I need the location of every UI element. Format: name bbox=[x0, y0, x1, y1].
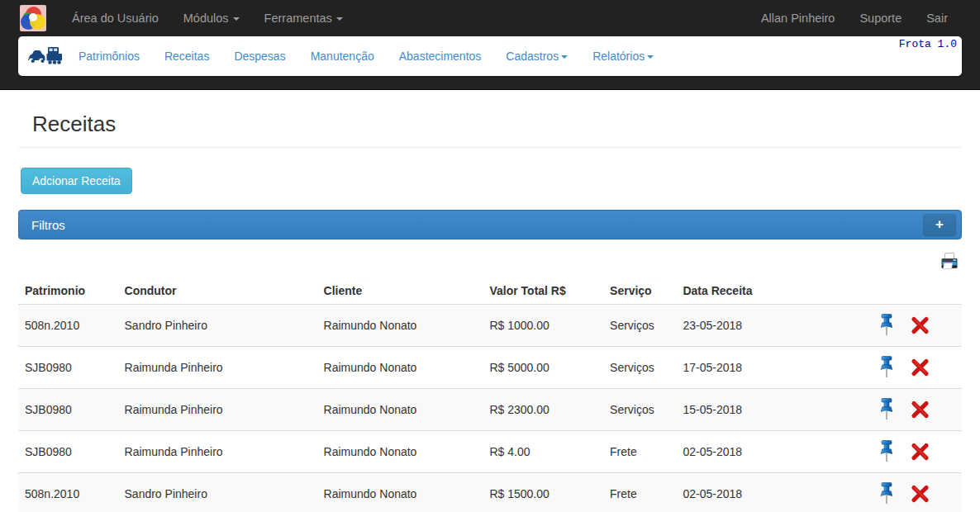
nav-ferramentas-dropdown[interactable]: Ferramentas bbox=[252, 12, 355, 25]
pushpin-icon[interactable] bbox=[880, 356, 893, 379]
filters-label: Filtros bbox=[31, 218, 65, 232]
cell-servico: Serviços bbox=[603, 389, 676, 431]
add-receita-button[interactable]: Adcionar Receita bbox=[21, 168, 132, 194]
cell-data: 02-05-2018 bbox=[676, 431, 868, 473]
main-content: Receitas Adcionar Receita Filtros + Patr… bbox=[18, 111, 962, 512]
app-version-brand: Frota 1.0 bbox=[899, 38, 957, 50]
topbar-links: Área do Usuário Módulos Ferramentas bbox=[59, 12, 355, 25]
receitas-table-body: 508n.2010 Sandro Pinheiro Raimundo Nonat… bbox=[18, 305, 962, 512]
cell-valor: R$ 4.00 bbox=[483, 431, 603, 473]
delete-x-icon[interactable] bbox=[911, 400, 930, 420]
cell-valor: R$ 5000.00 bbox=[483, 347, 603, 389]
cell-patrimonio: SJB0980 bbox=[18, 431, 118, 473]
logo-white-circle bbox=[29, 13, 37, 21]
col-header-pin bbox=[868, 277, 903, 305]
cell-condutor: Sandro Pinheiro bbox=[118, 473, 317, 512]
caret-down-icon bbox=[561, 55, 568, 59]
col-header-patrimonio: Patrimonio bbox=[18, 277, 118, 305]
tab-manutencao[interactable]: Manutenção bbox=[298, 50, 387, 63]
cell-valor: R$ 1500.00 bbox=[483, 473, 603, 512]
delete-x-icon[interactable] bbox=[911, 315, 930, 335]
printer-row bbox=[18, 239, 962, 276]
cell-data: 17-05-2018 bbox=[676, 347, 868, 389]
top-navbar: Área do Usuário Módulos Ferramentas Alla… bbox=[0, 0, 980, 36]
nav-sair[interactable]: Sair bbox=[914, 12, 960, 25]
cell-patrimonio: SJB0980 bbox=[18, 347, 118, 389]
pushpin-icon[interactable] bbox=[880, 482, 893, 505]
tab-despesas[interactable]: Despesas bbox=[221, 50, 297, 63]
table-header-row: Patrimonio Condutor Cliente Valor Total … bbox=[18, 277, 962, 305]
cell-cliente: Raimundo Nonato bbox=[317, 305, 483, 347]
col-header-condutor: Condutor bbox=[118, 277, 317, 305]
app-logo-icon[interactable] bbox=[20, 5, 46, 31]
nav-area-do-usuario[interactable]: Área do Usuário bbox=[59, 12, 171, 25]
nav-suporte[interactable]: Suporte bbox=[847, 12, 914, 25]
car-truck-icon bbox=[28, 46, 63, 66]
page-header: Receitas bbox=[18, 111, 962, 148]
col-header-data: Data Receita bbox=[676, 277, 868, 305]
delete-x-icon[interactable] bbox=[911, 358, 930, 377]
cell-cliente: Raimundo Nonato bbox=[317, 431, 483, 473]
table-row: SJB0980 Raimunda Pinheiro Raimundo Nonat… bbox=[18, 389, 962, 431]
page-title: Receitas bbox=[18, 111, 962, 137]
cell-patrimonio: 508n.2010 bbox=[18, 473, 118, 512]
cell-condutor: Raimunda Pinheiro bbox=[118, 389, 317, 431]
cell-servico: Frete bbox=[603, 473, 676, 512]
table-row: 508n.2010 Sandro Pinheiro Raimundo Nonat… bbox=[18, 473, 962, 512]
tab-patrimonios[interactable]: Patrimônios bbox=[66, 50, 152, 63]
cell-condutor: Raimunda Pinheiro bbox=[118, 431, 317, 473]
module-navbar: Patrimônios Receitas Despesas Manutenção… bbox=[18, 36, 962, 76]
tab-abastecimentos[interactable]: Abastecimentos bbox=[387, 50, 494, 63]
col-header-valor: Valor Total R$ bbox=[483, 277, 603, 305]
nav-modulos-dropdown[interactable]: Módulos bbox=[171, 12, 252, 25]
pushpin-icon[interactable] bbox=[880, 398, 893, 421]
tab-cadastros-dropdown[interactable]: Cadastros bbox=[493, 50, 580, 63]
tab-relatorios-dropdown[interactable]: Relatórios bbox=[580, 50, 666, 63]
pushpin-icon[interactable] bbox=[880, 440, 893, 463]
caret-down-icon bbox=[647, 55, 654, 59]
printer-icon[interactable] bbox=[940, 252, 960, 273]
plus-icon[interactable]: + bbox=[923, 214, 956, 236]
cell-valor: R$ 2300.00 bbox=[483, 389, 603, 431]
cell-servico: Serviços bbox=[603, 347, 676, 389]
cell-cliente: Raimundo Nonato bbox=[317, 473, 483, 512]
col-header-actions bbox=[904, 277, 962, 305]
delete-x-icon[interactable] bbox=[911, 484, 930, 504]
col-header-cliente: Cliente bbox=[317, 277, 483, 305]
header-band: Área do Usuário Módulos Ferramentas Alla… bbox=[0, 0, 980, 90]
table-row: SJB0980 Raimunda Pinheiro Raimundo Nonat… bbox=[18, 431, 962, 473]
cell-cliente: Raimundo Nonato bbox=[317, 389, 483, 431]
tab-receitas[interactable]: Receitas bbox=[152, 50, 221, 63]
pushpin-icon[interactable] bbox=[880, 314, 893, 337]
topbar-right: Allan Pinheiro Suporte Sair bbox=[749, 12, 960, 25]
caret-down-icon bbox=[336, 17, 343, 21]
cell-valor: R$ 1000.00 bbox=[483, 305, 603, 347]
cell-servico: Frete bbox=[603, 431, 676, 473]
cell-condutor: Raimunda Pinheiro bbox=[118, 347, 317, 389]
filters-panel-heading[interactable]: Filtros + bbox=[18, 210, 962, 239]
cell-patrimonio: SJB0980 bbox=[18, 389, 118, 431]
receitas-table: Patrimonio Condutor Cliente Valor Total … bbox=[18, 277, 962, 512]
table-row: SJB0980 Raimunda Pinheiro Raimundo Nonat… bbox=[18, 347, 962, 389]
cell-data: 02-05-2018 bbox=[676, 473, 868, 512]
delete-x-icon[interactable] bbox=[911, 442, 930, 462]
cell-condutor: Sandro Pinheiro bbox=[118, 305, 317, 347]
cell-data: 15-05-2018 bbox=[676, 389, 868, 431]
cell-data: 23-05-2018 bbox=[676, 305, 868, 347]
table-row: 508n.2010 Sandro Pinheiro Raimundo Nonat… bbox=[18, 305, 962, 347]
cell-patrimonio: 508n.2010 bbox=[18, 305, 118, 347]
col-header-servico: Serviço bbox=[603, 277, 676, 305]
caret-down-icon bbox=[233, 17, 240, 21]
cell-servico: Serviços bbox=[603, 305, 676, 347]
nav-user-name[interactable]: Allan Pinheiro bbox=[749, 12, 847, 25]
cell-cliente: Raimundo Nonato bbox=[317, 347, 483, 389]
